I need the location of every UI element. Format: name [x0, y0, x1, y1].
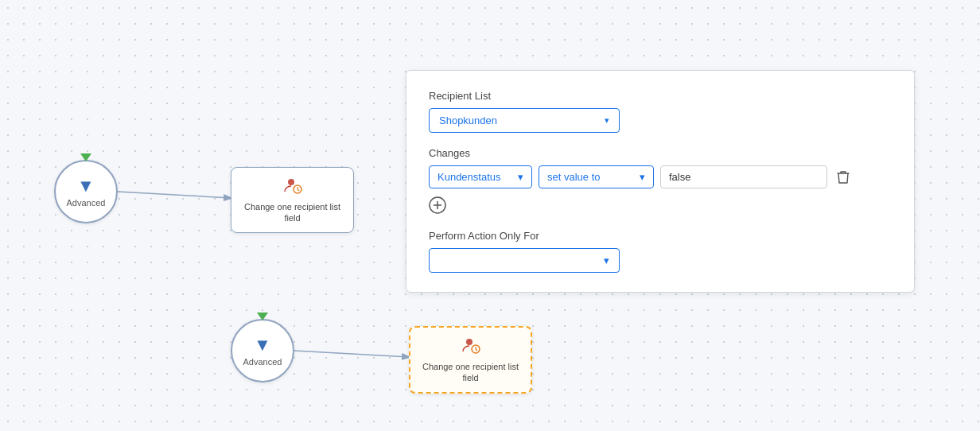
perform-select[interactable]: ▾: [429, 248, 620, 273]
action-chevron: ▾: [640, 171, 645, 183]
change-field-icon-1: [283, 176, 302, 199]
delete-change-button[interactable]: [834, 167, 853, 188]
field-select[interactable]: Kundenstatus ▾: [429, 165, 532, 188]
recipient-list-label: Recipient List: [429, 90, 892, 102]
perform-section: Perform Action Only For ▾: [429, 230, 892, 273]
recipient-list-value: Shopkunden: [439, 115, 497, 126]
changes-section: Changes Kundenstatus ▾ set value to ▾: [429, 147, 892, 214]
filter-icon-1: ▼: [77, 176, 95, 196]
change-field-node-2[interactable]: Change one recipient list field: [409, 326, 532, 394]
svg-line-9: [476, 349, 477, 351]
svg-line-0: [118, 192, 231, 198]
node2-label: Change one recipient list field: [239, 201, 345, 224]
perform-value: [439, 254, 442, 266]
advanced-node-1[interactable]: ▼ Advanced: [54, 160, 118, 223]
recipient-list-select[interactable]: Shopkunden ▾: [429, 108, 620, 133]
green-triangle-1: [80, 153, 91, 161]
advanced-node-2[interactable]: ▼ Advanced: [231, 319, 294, 382]
svg-point-2: [288, 179, 294, 185]
value-input[interactable]: [660, 165, 827, 188]
change-field-node-1[interactable]: Change one recipient list field: [231, 167, 354, 233]
node4-label: Change one recipient list field: [418, 361, 523, 384]
settings-panel: Recipient List Shopkunden ▾ Changes Kund…: [406, 70, 915, 293]
change-field-icon-2: [461, 336, 480, 359]
field-chevron: ▾: [518, 171, 523, 183]
trash-icon: [837, 170, 850, 184]
action-select[interactable]: set value to ▾: [539, 165, 654, 188]
svg-point-6: [466, 339, 472, 345]
action-value: set value to: [547, 171, 601, 183]
perform-label: Perform Action Only For: [429, 230, 892, 242]
recipient-list-chevron: ▾: [605, 115, 609, 126]
green-triangle-2: [257, 313, 268, 320]
svg-line-5: [298, 189, 299, 191]
changes-label: Changes: [429, 147, 892, 159]
filter-icon-2: ▼: [254, 335, 271, 355]
changes-row: Kundenstatus ▾ set value to ▾: [429, 165, 892, 188]
add-circle-icon: [429, 196, 446, 214]
node1-label: Advanced: [67, 198, 106, 208]
field-value: Kundenstatus: [438, 171, 501, 183]
add-change-button[interactable]: [429, 196, 446, 214]
node3-label: Advanced: [243, 357, 282, 367]
svg-line-1: [294, 351, 409, 357]
perform-chevron: ▾: [604, 254, 609, 266]
